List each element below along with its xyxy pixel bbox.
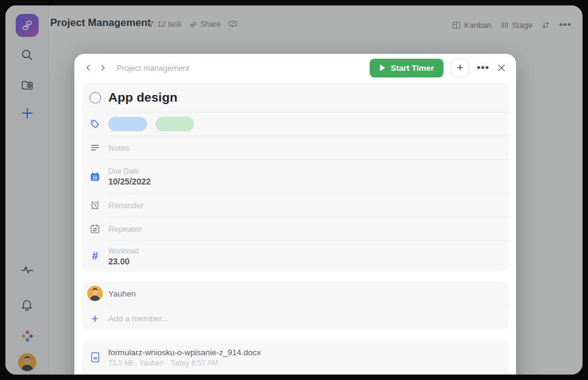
prev-task-chevron-icon[interactable]	[84, 64, 93, 72]
close-icon[interactable]	[497, 63, 506, 73]
due-date-field[interactable]: Due Date 10/25/2022	[108, 167, 509, 186]
task-detail-modal: Project management Start Timer + •••	[74, 54, 516, 375]
add-member-plus-icon: +	[88, 312, 102, 325]
repeater-field[interactable]: Repeater	[108, 224, 509, 234]
tags-list	[108, 117, 509, 131]
add-member-placeholder: Add a member...	[108, 314, 509, 323]
reminder-field[interactable]: Reminder	[108, 201, 509, 210]
start-timer-label: Start Timer	[391, 64, 434, 73]
task-title[interactable]: App design	[108, 90, 509, 105]
modal-header: Project management Start Timer + •••	[74, 54, 516, 82]
file-row[interactable]: w formularz-wniosku-o-wpisanie-z_914.doc…	[82, 340, 509, 375]
word-doc-icon: w	[88, 352, 102, 363]
tag-icon	[88, 119, 102, 129]
tag-pill-green[interactable]	[155, 117, 194, 131]
play-icon	[379, 64, 386, 71]
workload-field[interactable]: Workload 23.00	[108, 247, 509, 266]
member-avatar	[87, 286, 103, 301]
notes-icon	[88, 142, 102, 153]
tag-pill-blue[interactable]	[108, 117, 147, 131]
task-status-circle[interactable]	[90, 92, 101, 103]
workload-hash-icon: #	[88, 250, 102, 263]
file-meta: 73.5 kB · Yauhen · Today 8:57 AM	[108, 359, 509, 367]
start-timer-button[interactable]: Start Timer	[370, 59, 443, 77]
repeater-calendar-icon	[88, 223, 102, 234]
member-name: Yauhen	[108, 289, 509, 298]
workload-label: Workload	[108, 247, 509, 255]
add-member-row[interactable]: + Add a member...	[82, 306, 509, 330]
due-date-value: 10/25/2022	[108, 177, 509, 186]
workload-value: 23.00	[108, 257, 509, 266]
more-button[interactable]: •••	[477, 62, 489, 74]
members-section: Yauhen + Add a member...	[82, 281, 509, 330]
files-section: w formularz-wniosku-o-wpisanie-z_914.doc…	[82, 340, 509, 375]
app-window: Project Management 12 task Share	[5, 5, 583, 375]
alarm-clock-icon	[88, 200, 102, 211]
breadcrumb[interactable]: Project management	[117, 64, 189, 73]
calendar-icon	[88, 171, 102, 182]
add-button[interactable]: +	[451, 59, 469, 77]
task-fields-section: App design	[82, 83, 509, 272]
next-task-chevron-icon[interactable]	[99, 64, 107, 72]
file-name: formularz-wniosku-o-wpisanie-z_914.docx	[108, 348, 509, 357]
notes-field[interactable]: Notes	[108, 143, 509, 152]
member-row[interactable]: Yauhen	[82, 281, 509, 306]
svg-text:w: w	[93, 355, 97, 361]
due-date-label: Due Date	[108, 167, 509, 175]
